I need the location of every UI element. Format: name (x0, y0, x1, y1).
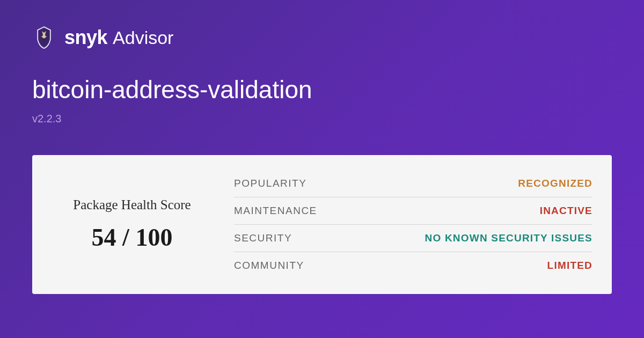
brand-text: snyk Advisor (64, 26, 173, 49)
snyk-logo-icon (32, 26, 56, 49)
metric-value: INACTIVE (540, 205, 592, 217)
metric-value: NO KNOWN SECURITY ISSUES (425, 232, 592, 244)
metric-label: MAINTENANCE (234, 205, 317, 217)
brand-subtitle: Advisor (113, 27, 173, 48)
svg-point-1 (45, 35, 47, 36)
metric-row-maintenance: MAINTENANCE INACTIVE (234, 197, 592, 225)
metric-value: LIMITED (547, 260, 592, 271)
svg-point-0 (41, 35, 43, 36)
metric-label: COMMUNITY (234, 260, 304, 271)
metrics-list: POPULARITY RECOGNIZED MAINTENANCE INACTI… (234, 170, 592, 279)
metric-label: POPULARITY (234, 178, 306, 189)
score-section: Package Health Score 54 / 100 (52, 170, 213, 279)
brand-name: snyk (64, 26, 107, 49)
package-name: bitcoin-address-validation (32, 75, 612, 104)
metric-row-community: COMMUNITY LIMITED (234, 252, 592, 279)
metric-value: RECOGNIZED (518, 178, 592, 189)
package-version: v2.2.3 (32, 113, 612, 125)
health-card: Package Health Score 54 / 100 POPULARITY… (32, 155, 612, 294)
metric-row-security: SECURITY NO KNOWN SECURITY ISSUES (234, 225, 592, 252)
score-value: 54 / 100 (92, 223, 173, 252)
metric-row-popularity: POPULARITY RECOGNIZED (234, 170, 592, 197)
score-title: Package Health Score (73, 197, 191, 212)
header: snyk Advisor (32, 26, 612, 49)
metric-label: SECURITY (234, 232, 292, 244)
